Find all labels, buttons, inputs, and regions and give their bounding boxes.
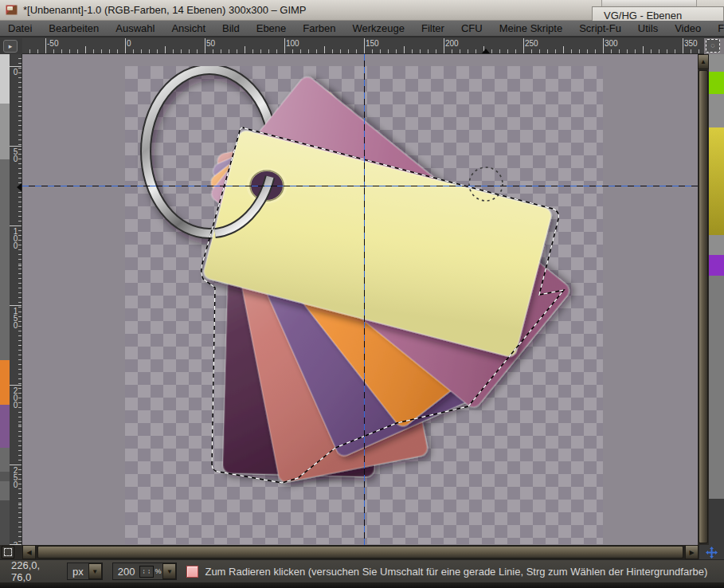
scroll-right-button[interactable]: ▶ (685, 545, 699, 559)
scroll-left-button[interactable]: ◀ (22, 545, 36, 559)
right-strip-yellow-swatch (709, 127, 724, 235)
left-strip-gray (0, 104, 10, 159)
pointer-position-readout: 226,0, 76,0 (11, 559, 57, 583)
right-strip-gray (709, 276, 724, 499)
left-strip-purple-swatch (0, 405, 10, 448)
menu-bild[interactable]: Bild (222, 22, 240, 34)
window-title: *[Unbenannt]-1.0 (RGB-Farben, 14 Ebenen)… (23, 4, 307, 16)
background-window-right-strip (709, 54, 724, 545)
menu-meine-skripte[interactable]: Meine Skripte (499, 22, 562, 34)
menu-fenster[interactable]: Fenster (718, 22, 724, 34)
pointer-position-marker (482, 49, 490, 53)
menu-bar: Datei Bearbeiten Auswahl Ansicht Bild Eb… (0, 21, 724, 37)
zoom-dropdown-arrow-icon[interactable]: ▼ (162, 563, 176, 579)
menu-werkzeuge[interactable]: Werkzeuge (353, 22, 405, 34)
left-strip-dark (0, 500, 10, 545)
menu-bearbeiten[interactable]: Bearbeiten (49, 22, 99, 34)
zoom-spinner-icon[interactable]: ⁞ ⁞ (139, 566, 154, 578)
window-bottom-edge (0, 582, 724, 588)
image-menu-button[interactable]: ▸ (3, 40, 18, 53)
unit-dropdown-arrow-icon[interactable]: ▼ (88, 563, 102, 579)
horizontal-ruler[interactable]: -50 0 50 100 150 200 250 300 350 (22, 38, 704, 54)
pan-navigation-icon (706, 547, 718, 559)
ruler-corner: ▸ (0, 38, 22, 54)
vertical-ruler[interactable]: 0 50 100 150 200 250 300 (10, 54, 22, 545)
vertical-scroll-thumb[interactable] (699, 70, 708, 543)
menu-cfu[interactable]: CFU (461, 22, 483, 34)
hruler-label: 350 (684, 39, 698, 48)
vruler-label: 50 (11, 147, 20, 162)
hruler-label: 50 (206, 39, 215, 48)
background-window-left-strip (0, 54, 10, 545)
vertical-scrollbar[interactable]: ▲ (698, 54, 709, 545)
scroll-up-button[interactable]: ▲ (698, 54, 709, 69)
right-strip-purple-swatch (709, 255, 724, 276)
vruler-label: 150 (11, 307, 20, 328)
gimp-window: *[Unbenannt]-1.0 (RGB-Farben, 14 Ebenen)… (0, 0, 724, 588)
layers-dialog-title: VG/HG - Ebenen (604, 10, 682, 22)
zoom-follow-corner: ◌ (704, 38, 724, 54)
menu-auswahl[interactable]: Auswahl (115, 22, 155, 34)
menu-ebene[interactable]: Ebene (256, 22, 287, 34)
menu-video[interactable]: Video (675, 22, 701, 34)
pointer-position-marker (17, 183, 22, 191)
menu-ansicht[interactable]: Ansicht (171, 22, 205, 34)
zoom-percent-sign: % (155, 567, 161, 575)
hruler-label: -50 (47, 39, 58, 48)
vruler-label: 100 (11, 227, 20, 249)
menu-utils[interactable]: Utils (638, 22, 658, 34)
swatch-card-fan (202, 74, 572, 484)
quickmask-toggle-icon[interactable] (2, 546, 14, 559)
zoom-value: 200 (113, 566, 140, 578)
hruler-label: 150 (366, 39, 379, 48)
dotted-corner-icon[interactable]: ◌ (706, 39, 720, 53)
vertical-guide[interactable] (364, 54, 365, 545)
right-strip-green-swatch (709, 72, 724, 94)
hruler-label: 0 (127, 39, 131, 48)
right-strip-dark (709, 499, 724, 545)
menu-filter[interactable]: Filter (421, 22, 444, 34)
horizontal-scroll-row: ◀ ▶ (0, 545, 724, 559)
navigation-cross-button[interactable] (699, 545, 724, 559)
status-bar: 226,0, 76,0 px ▼ 200 ⁞ ⁞ % ▼ Zum Radiere… (0, 559, 724, 582)
horizontal-guide[interactable] (22, 186, 698, 186)
left-strip-orange-swatch (0, 360, 10, 405)
vruler-label: 250 (11, 466, 20, 488)
status-hint-message: Zum Radieren klicken (versuchen Sie Umsc… (205, 566, 707, 578)
hruler-label: 300 (605, 39, 618, 48)
zoom-combo[interactable]: 200 ⁞ ⁞ % ▼ (112, 563, 178, 580)
menu-farben[interactable]: Farben (303, 22, 335, 34)
canvas-viewport[interactable] (22, 54, 698, 545)
left-strip-widget (0, 472, 10, 481)
unit-combo[interactable]: px ▼ (67, 563, 103, 580)
hruler-label: 200 (445, 39, 459, 48)
unit-value: px (68, 566, 88, 578)
hruler-label: 250 (525, 39, 538, 48)
horizontal-scroll-thumb[interactable] (37, 546, 683, 559)
hruler-label: 100 (286, 39, 299, 48)
vruler-label: 200 (11, 386, 20, 408)
left-strip-light (0, 54, 10, 104)
gimp-app-icon (6, 5, 18, 15)
menu-datei[interactable]: Datei (8, 22, 32, 34)
menu-script-fu[interactable]: Script-Fu (579, 22, 621, 34)
eraser-tool-icon (186, 566, 198, 578)
vruler-label: 0 (11, 68, 20, 75)
